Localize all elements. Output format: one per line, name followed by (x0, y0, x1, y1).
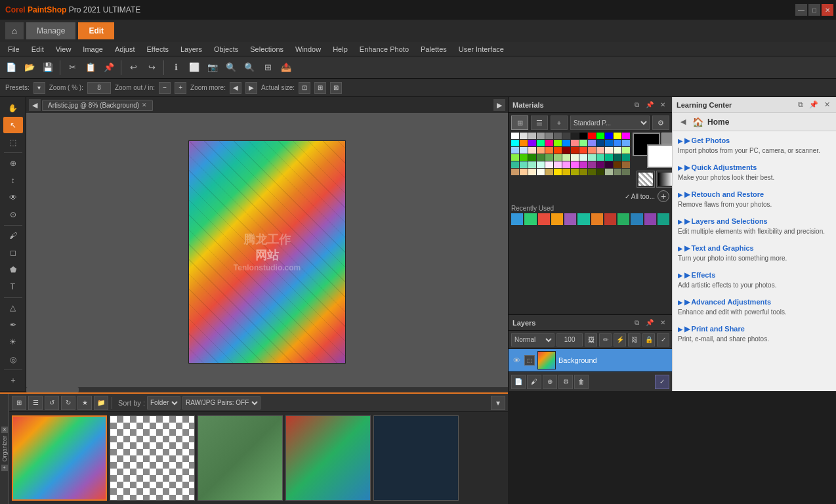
color-cell-76[interactable] (562, 169, 570, 175)
shape-tool[interactable]: △ (3, 300, 23, 316)
color-cell-45[interactable] (537, 154, 545, 161)
manage-tab[interactable]: Manage (26, 22, 75, 39)
selection-tool[interactable]: ⬚ (3, 134, 23, 150)
color-cell-16[interactable] (528, 140, 536, 146)
color-cell-37[interactable] (588, 147, 596, 154)
menu-window[interactable]: Window (290, 44, 326, 54)
organizer-pin-btn[interactable]: + (1, 465, 8, 471)
layer-edit-btn[interactable]: ✏ (599, 333, 612, 346)
recently-used-color-10[interactable] (644, 213, 656, 225)
color-cell-51[interactable] (588, 154, 596, 161)
org-folder[interactable]: 📁 (94, 396, 108, 410)
color-cell-59[interactable] (537, 161, 545, 168)
lc-close-btn[interactable]: ✕ (822, 100, 832, 110)
color-cell-27[interactable] (622, 140, 630, 146)
canvas-tab-active[interactable]: Artistic.jpg @ 8% (Background) ✕ (42, 100, 153, 111)
menu-user-interface[interactable]: User Interface (453, 44, 509, 54)
canvas-tab-next[interactable]: ▶ (493, 99, 505, 111)
color-cell-26[interactable] (614, 140, 621, 146)
select-tool[interactable]: ↖ (3, 117, 23, 133)
lc-item-title-1[interactable]: ▶ Quick Adjustments (678, 163, 831, 172)
color-cell-22[interactable] (579, 140, 587, 146)
layers-close-btn[interactable]: ✕ (658, 318, 668, 328)
layer-check-footer-btn[interactable]: ✓ (655, 375, 669, 389)
save-button[interactable]: 💾 (39, 59, 56, 76)
color-cell-58[interactable] (528, 161, 536, 168)
thumbnail-4[interactable] (285, 415, 371, 501)
color-cell-24[interactable] (596, 140, 604, 146)
menu-edit[interactable]: Edit (26, 44, 49, 54)
org-rotate-right[interactable]: ↻ (61, 396, 75, 410)
background-layer-row[interactable]: 👁 ⬚ Background (509, 349, 672, 371)
color-cell-65[interactable] (588, 161, 596, 168)
color-cell-15[interactable] (520, 140, 528, 146)
recently-used-color-2[interactable] (538, 213, 550, 225)
color-cell-67[interactable] (605, 161, 613, 168)
color-cell-32[interactable] (545, 147, 553, 154)
new-file-button[interactable]: 📄 (3, 59, 20, 76)
color-cell-4[interactable] (545, 133, 553, 139)
color-cell-72[interactable] (528, 169, 536, 175)
maximize-button[interactable]: □ (808, 4, 820, 16)
color-cell-50[interactable] (579, 154, 587, 161)
recently-used-color-5[interactable] (577, 213, 589, 225)
recently-used-color-9[interactable] (631, 213, 642, 225)
zoom-in-button-bar[interactable]: + (175, 82, 186, 94)
color-cell-20[interactable] (562, 140, 570, 146)
color-cell-70[interactable] (511, 169, 519, 175)
add-tool[interactable]: ＋ (3, 372, 23, 388)
color-cell-2[interactable] (528, 133, 536, 139)
clone-tool[interactable]: ⊙ (3, 206, 23, 222)
actual-size-btn-1[interactable]: ⊡ (299, 82, 310, 94)
thumbnail-2[interactable] (110, 415, 195, 501)
layer-check-btn[interactable]: ✓ (657, 333, 669, 346)
color-cell-52[interactable] (596, 154, 604, 161)
palette-select[interactable]: Standard P... (570, 116, 650, 130)
canvas-tab-close[interactable]: ✕ (142, 102, 147, 108)
recently-used-color-6[interactable] (591, 213, 603, 225)
color-cell-55[interactable] (622, 154, 630, 161)
org-list-view[interactable]: ☰ (28, 396, 43, 410)
lc-item-title-5[interactable]: ▶ Effects (678, 271, 831, 280)
recently-used-color-3[interactable] (551, 213, 563, 225)
color-cell-6[interactable] (562, 133, 570, 139)
color-cell-44[interactable] (528, 154, 536, 161)
color-cell-60[interactable] (545, 161, 553, 168)
color-cell-25[interactable] (605, 140, 613, 146)
recently-used-color-8[interactable] (617, 213, 629, 225)
blur-tool[interactable]: ◎ (3, 351, 23, 368)
color-cell-11[interactable] (605, 133, 613, 139)
color-cell-77[interactable] (571, 169, 579, 175)
menu-help[interactable]: Help (327, 44, 353, 54)
lc-item-title-4[interactable]: ▶ Text and Graphics (678, 244, 831, 253)
merge-layers-btn[interactable]: ⊕ (543, 375, 557, 389)
menu-image[interactable]: Image (77, 44, 108, 54)
color-cell-48[interactable] (562, 154, 570, 161)
pan-tool[interactable]: ✋ (3, 100, 23, 116)
export-button[interactable]: 📤 (278, 59, 295, 76)
color-cell-49[interactable] (571, 154, 579, 161)
color-cell-9[interactable] (588, 133, 596, 139)
color-cell-28[interactable] (511, 147, 519, 154)
materials-pin-btn[interactable]: 📌 (644, 100, 655, 110)
color-cell-19[interactable] (554, 140, 562, 146)
lc-back-btn[interactable]: ◀ (678, 117, 688, 127)
lc-item-title-7[interactable]: ▶ Print and Share (678, 325, 831, 333)
thumbnail-5[interactable] (373, 415, 459, 501)
zoom-more-left[interactable]: ◀ (230, 82, 241, 94)
straighten-tool[interactable]: ↕ (3, 172, 23, 188)
color-cell-30[interactable] (528, 147, 536, 154)
camera-button[interactable]: 📷 (204, 59, 221, 76)
color-cell-68[interactable] (614, 161, 621, 168)
copy-button[interactable]: 📋 (82, 59, 99, 76)
zoom-in-button[interactable]: 🔍 (222, 59, 240, 76)
actual-size-btn-2[interactable]: ⊞ (314, 82, 326, 94)
fit-button[interactable]: ⊞ (259, 59, 276, 76)
close-button[interactable]: ✕ (822, 4, 833, 16)
color-cell-13[interactable] (622, 133, 630, 139)
color-cell-57[interactable] (520, 161, 528, 168)
crop-tool[interactable]: ⊕ (3, 155, 23, 171)
color-cell-42[interactable] (511, 154, 519, 161)
layer-visibility-toggle[interactable]: 👁 (511, 355, 522, 366)
color-cell-34[interactable] (562, 147, 570, 154)
